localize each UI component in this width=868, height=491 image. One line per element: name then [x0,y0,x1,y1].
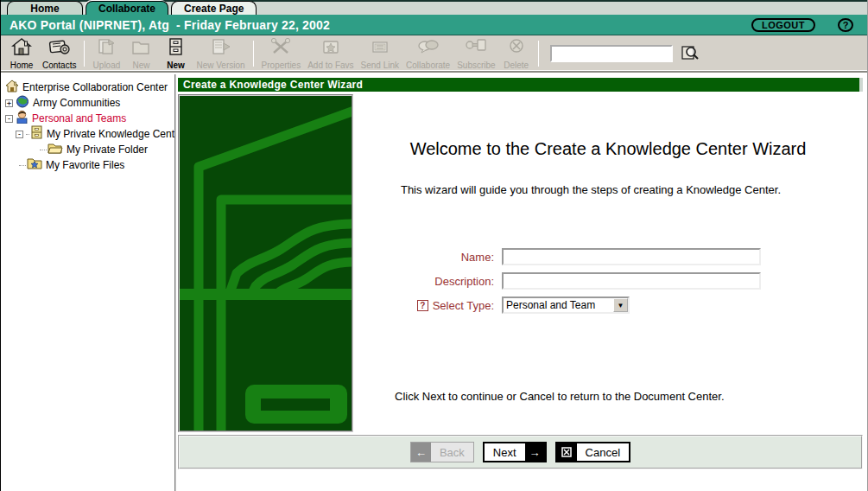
back-arrow-icon: ← [411,443,431,462]
toolbar-new-folder-button[interactable]: New [124,36,158,71]
select-type-label: ? Select Type: [379,299,502,312]
add-favs-icon [320,37,341,60]
tree-item-my-private-knowledge-center[interactable]: - My Private Knowledge Cent [3,126,174,142]
description-label: Description: [379,275,502,288]
toolbar: Home Contacts Upload New New New Version… [1,35,867,73]
toolbar-contacts-button[interactable]: Contacts [39,36,79,71]
logout-button[interactable]: LOGOUT [751,18,815,32]
search-input[interactable] [550,45,673,62]
upload-icon [96,37,117,60]
description-field[interactable] [502,272,761,290]
delete-icon [507,37,526,60]
portal-title: AKO Portal (NIPRNET), Atg - Friday Febru… [10,18,330,32]
tab-home[interactable]: Home [7,1,83,15]
globe-icon [16,95,29,112]
expand-icon[interactable]: + [5,99,13,107]
toolbar-collaborate-button[interactable]: Collaborate [402,36,453,71]
tab-collaborate[interactable]: Collaborate [86,1,168,15]
circuit-board-graphic [178,94,353,432]
tree-item-enterprise-collaboration-center[interactable]: Enterprise Collaboration Center [3,80,174,95]
wizard-title: Create a Knowledge Center Wizard [183,79,363,91]
toolbar-separator [253,41,254,67]
tree-connector [26,134,29,135]
new-version-icon [209,37,233,60]
toolbar-separator [538,41,539,67]
wizard-intro-text: This wizard will guide you through the s… [353,183,828,196]
tree-item-army-communities[interactable]: + Army Communities [3,95,174,111]
collapse-icon[interactable]: - [16,131,23,138]
back-button[interactable]: ← Back [410,442,474,462]
next-arrow-icon: → [525,443,545,461]
navigation-tree: Enterprise Collaboration Center + Army C… [1,74,176,491]
properties-icon [269,37,292,60]
home-icon [11,37,32,60]
toolbar-upload-button[interactable]: Upload [89,36,124,71]
help-icon[interactable]: ? [838,18,853,32]
collapse-icon[interactable]: - [5,115,13,123]
portal-banner: AKO Portal (NIPRNET), Atg - Friday Febru… [1,15,867,35]
new-cabinet-icon [167,37,184,60]
home-icon [5,80,19,96]
toolbar-send-link-button[interactable]: Send Link [358,36,402,71]
contacts-icon [48,37,71,60]
tree-item-my-favorite-files[interactable]: My Favorite Files [3,157,174,173]
wizard-title-bar: Create a Knowledge Center Wizard [178,78,863,92]
folder-icon [48,142,63,157]
toolbar-delete-button[interactable]: Delete [499,36,534,71]
tab-create-page[interactable]: Create Page [171,1,257,15]
tree-connector [40,150,47,150]
subscribe-icon [464,37,488,60]
tab-bar: Home Collaborate Create Page [1,0,867,15]
toolbar-subscribe-button[interactable]: Subscribe [453,36,498,71]
collaborate-icon [416,37,440,60]
field-help-icon[interactable]: ? [417,300,428,311]
chevron-down-icon[interactable]: ▼ [613,298,628,312]
toolbar-home-button[interactable]: Home [4,36,39,71]
new-folder-icon [130,37,151,60]
search-button[interactable] [680,44,700,63]
toolbar-separator [84,41,85,67]
person-icon [16,110,29,127]
name-field[interactable] [502,248,761,265]
empty-area [178,469,863,491]
next-button[interactable]: Next → [483,442,547,462]
wizard-button-bar: ← Back Next → Cancel [178,435,863,469]
name-label: Name: [379,251,502,264]
tree-item-personal-and-teams[interactable]: - Personal and Teams [3,111,174,126]
wizard-form: Name: Description: ? Select Type: [379,248,761,321]
cancel-x-icon [557,443,577,461]
cancel-button[interactable]: Cancel [555,442,630,462]
toolbar-new-version-button[interactable]: New Version [193,36,248,71]
tree-connector [19,165,26,166]
type-select[interactable]: Personal and Team ▼ [502,297,630,314]
wizard-heading: Welcome to the Create a Knowledge Center… [353,139,863,159]
toolbar-add-to-favs-button[interactable]: Add to Favs [304,36,357,71]
wizard-panel: Create a Knowledge Center Wizard [176,74,867,491]
wizard-footer-note: Click Next to continue or Cancel to retu… [395,390,725,403]
tree-item-my-private-folder[interactable]: My Private Folder [3,142,174,157]
ako-portal-window: Home Collaborate Create Page AKO Portal … [0,0,868,491]
toolbar-new-button[interactable]: New [158,36,193,71]
cabinet-icon [30,125,43,143]
search-icon [681,44,700,64]
favorites-folder-icon [27,157,42,173]
toolbar-properties-button[interactable]: Properties [258,36,305,71]
send-link-icon [370,37,390,60]
